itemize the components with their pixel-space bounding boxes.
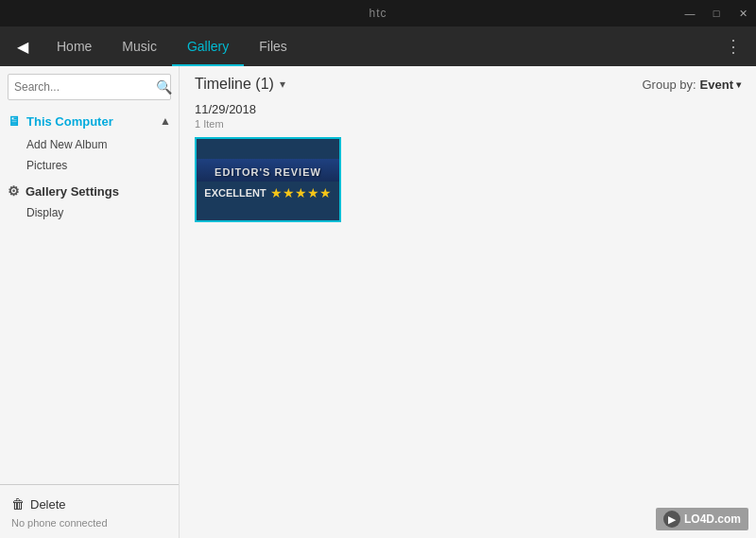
sidebar-section: 🖥 This Computer ▲ Add New Album Pictures… (0, 108, 179, 484)
gallery-grid: Editor's Review EXCELLENT ★★★★★ (195, 137, 741, 222)
sidebar-footer: 🗑 Delete No phone connected (0, 484, 179, 538)
timeline-label: Timeline (1) (195, 76, 274, 93)
search-box[interactable]: 🔍 (8, 74, 171, 100)
gallery-count: 1 Item (195, 118, 741, 130)
title-bar: htc — □ ✕ (0, 0, 756, 26)
app-title: htc (369, 7, 387, 20)
tab-files[interactable]: Files (244, 26, 302, 66)
timeline-dropdown-icon[interactable]: ▾ (280, 78, 285, 91)
watermark-logo: ▶ (663, 511, 680, 528)
search-icon: 🔍 (156, 79, 172, 95)
delete-button[interactable]: 🗑 Delete (8, 493, 171, 515)
content-area: Timeline (1) ▾ Group by: Event ▾ 11/29/2… (180, 66, 756, 538)
gallery-date: 11/29/2018 (195, 102, 741, 116)
back-button[interactable]: ◀ (8, 31, 38, 61)
expand-arrow-icon: ▲ (160, 114, 171, 128)
close-button[interactable]: ✕ (730, 0, 756, 26)
group-by-value[interactable]: Event ▾ (700, 78, 741, 92)
sidebar-item-pictures[interactable]: Pictures (0, 155, 179, 176)
watermark-text: LO4D.com (684, 512, 741, 526)
sidebar-item-add-album[interactable]: Add New Album (0, 134, 179, 155)
trash-icon: 🗑 (11, 496, 25, 512)
nav-bar: ◀ Home Music Gallery Files ⋮ (0, 26, 756, 66)
gallery-thumbnail[interactable]: Editor's Review EXCELLENT ★★★★★ (195, 137, 341, 222)
thumb-stars-row: EXCELLENT ★★★★★ (204, 185, 331, 200)
main-layout: 🔍 🖥 This Computer ▲ Add New Album Pictur… (0, 66, 756, 538)
thumb-review-title: Editor's Review (200, 166, 335, 178)
group-by-dropdown-icon: ▾ (736, 79, 741, 90)
sidebar-settings-header: ⚙ Gallery Settings (0, 176, 179, 202)
sidebar-item-computer[interactable]: 🖥 This Computer ▲ (0, 108, 179, 134)
maximize-button[interactable]: □ (703, 0, 730, 26)
computer-icon: 🖥 (8, 113, 21, 129)
tab-gallery[interactable]: Gallery (172, 26, 244, 66)
gallery-content: 11/29/2018 1 Item Editor's Review EXCELL… (180, 102, 756, 538)
nav-tabs: Home Music Gallery Files (42, 26, 302, 66)
group-by: Group by: Event ▾ (643, 78, 742, 92)
minimize-button[interactable]: — (677, 0, 703, 26)
sidebar: 🔍 🖥 This Computer ▲ Add New Album Pictur… (0, 66, 180, 538)
thumb-review-area: Editor's Review (197, 159, 339, 182)
thumb-excellent-label: EXCELLENT (204, 187, 266, 199)
tab-music[interactable]: Music (107, 26, 172, 66)
gear-icon: ⚙ (8, 183, 20, 199)
sidebar-item-display[interactable]: Display (0, 202, 179, 223)
timeline-title: Timeline (1) ▾ (195, 76, 285, 93)
menu-button[interactable]: ⋮ (718, 31, 748, 61)
no-phone-label: No phone connected (8, 515, 171, 530)
group-by-label: Group by: (643, 78, 696, 92)
delete-label: Delete (30, 497, 66, 512)
tab-home[interactable]: Home (42, 26, 107, 66)
settings-label: Gallery Settings (26, 184, 119, 199)
search-input[interactable] (14, 80, 156, 94)
window-controls: — □ ✕ (677, 0, 756, 26)
thumb-stars: ★★★★★ (270, 185, 332, 200)
watermark: ▶ LO4D.com (656, 508, 748, 530)
content-header: Timeline (1) ▾ Group by: Event ▾ (180, 66, 756, 102)
computer-label: This Computer (26, 114, 113, 129)
